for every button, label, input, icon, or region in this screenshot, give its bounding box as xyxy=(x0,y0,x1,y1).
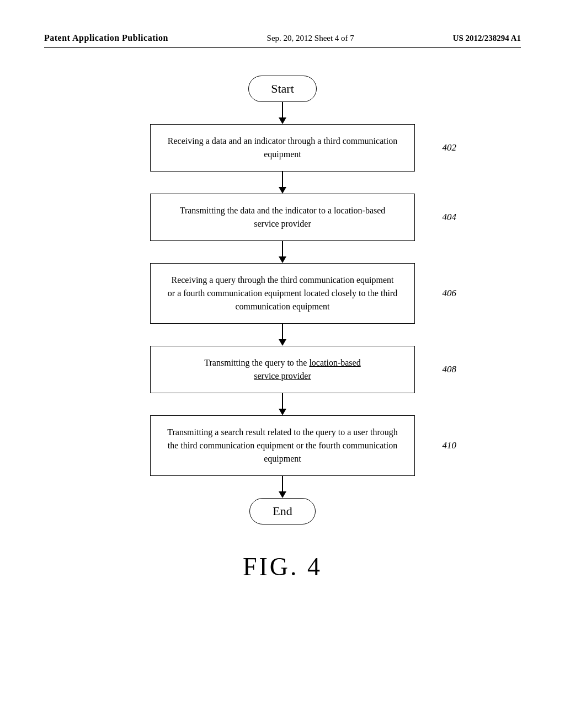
step-404-text: Transmitting the data and the indicator … xyxy=(167,204,398,231)
arrow-2 xyxy=(279,172,286,194)
step-402-box: Receiving a data and an indicator throug… xyxy=(150,124,415,172)
date-sheet-label: Sep. 20, 2012 Sheet 4 of 7 xyxy=(267,34,354,43)
end-terminal: End xyxy=(249,498,316,524)
ref-404: 404 xyxy=(443,212,457,223)
patent-number-label: US 2012/238294 A1 xyxy=(453,34,521,43)
start-terminal: Start xyxy=(248,76,317,102)
step-408-text: Transmitting the query to the location-b… xyxy=(204,356,360,383)
arrow-3 xyxy=(279,241,286,263)
ref-406: 406 xyxy=(443,288,457,299)
step-406-box: Receiving a query through the third comm… xyxy=(150,263,415,324)
figure-label: FIG. 4 xyxy=(44,552,521,581)
step-404-box: Transmitting the data and the indicator … xyxy=(150,194,415,241)
ref-408: 408 xyxy=(443,364,457,375)
step-402-wrapper: Receiving a data and an indicator throug… xyxy=(150,124,415,172)
step-406-wrapper: Receiving a query through the third comm… xyxy=(150,263,415,324)
step-410-wrapper: Transmitting a search result related to … xyxy=(150,415,415,476)
arrow-5 xyxy=(279,393,286,415)
ref-402: 402 xyxy=(443,142,457,153)
flowchart: Start Receiving a data and an indicator … xyxy=(44,76,521,524)
publication-label: Patent Application Publication xyxy=(44,33,168,43)
step-406-text: Receiving a query through the third comm… xyxy=(167,274,398,313)
step-410-text: Transmitting a search result related to … xyxy=(167,426,398,465)
ref-410: 410 xyxy=(443,440,457,451)
step-408-box: Transmitting the query to the location-b… xyxy=(150,346,415,393)
arrow-6 xyxy=(279,476,286,498)
patent-page: Patent Application Publication Sep. 20, … xyxy=(0,0,565,728)
arrow-1 xyxy=(279,102,286,124)
arrow-4 xyxy=(279,324,286,346)
page-header: Patent Application Publication Sep. 20, … xyxy=(44,33,521,48)
step-410-box: Transmitting a search result related to … xyxy=(150,415,415,476)
step-404-wrapper: Transmitting the data and the indicator … xyxy=(150,194,415,241)
step-402-text: Receiving a data and an indicator throug… xyxy=(167,135,398,161)
step-408-wrapper: Transmitting the query to the location-b… xyxy=(150,346,415,393)
